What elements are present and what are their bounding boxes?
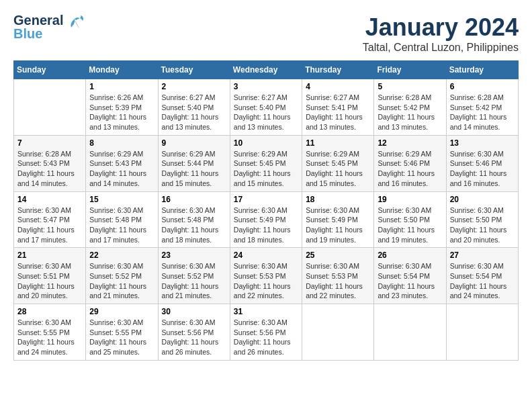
calendar-header: SundayMondayTuesdayWednesdayThursdayFrid…: [14, 61, 519, 79]
day-info: Sunrise: 6:30 AM Sunset: 5:51 PM Dayligh…: [17, 261, 82, 301]
week-row-4: 21Sunrise: 6:30 AM Sunset: 5:51 PM Dayli…: [14, 248, 519, 304]
header-saturday: Saturday: [446, 61, 518, 79]
day-cell: 5Sunrise: 6:28 AM Sunset: 5:42 PM Daylig…: [374, 79, 446, 136]
day-cell: 7Sunrise: 6:28 AM Sunset: 5:43 PM Daylig…: [14, 135, 86, 191]
day-cell: 16Sunrise: 6:30 AM Sunset: 5:48 PM Dayli…: [158, 191, 230, 248]
day-number: 13: [450, 138, 515, 148]
day-cell: 4Sunrise: 6:27 AM Sunset: 5:41 PM Daylig…: [302, 79, 374, 136]
day-info: Sunrise: 6:29 AM Sunset: 5:46 PM Dayligh…: [378, 149, 442, 189]
day-info: Sunrise: 6:29 AM Sunset: 5:45 PM Dayligh…: [234, 149, 298, 189]
day-cell: 1Sunrise: 6:26 AM Sunset: 5:39 PM Daylig…: [86, 79, 158, 136]
day-info: Sunrise: 6:29 AM Sunset: 5:44 PM Dayligh…: [162, 149, 226, 189]
logo-bird-icon: [64, 15, 85, 39]
day-info: Sunrise: 6:26 AM Sunset: 5:39 PM Dayligh…: [89, 93, 154, 132]
day-cell: [374, 304, 446, 361]
day-info: Sunrise: 6:30 AM Sunset: 5:53 PM Dayligh…: [234, 261, 298, 301]
day-number: 15: [89, 195, 154, 204]
week-row-2: 7Sunrise: 6:28 AM Sunset: 5:43 PM Daylig…: [14, 135, 519, 191]
day-info: Sunrise: 6:29 AM Sunset: 5:43 PM Dayligh…: [89, 149, 154, 189]
day-cell: 29Sunrise: 6:30 AM Sunset: 5:55 PM Dayli…: [86, 304, 158, 361]
day-cell: 22Sunrise: 6:30 AM Sunset: 5:52 PM Dayli…: [86, 248, 158, 304]
day-number: 12: [378, 138, 442, 148]
day-number: 11: [306, 138, 370, 148]
location-subtitle: Taltal, Central Luzon, Philippines: [363, 42, 519, 54]
day-number: 25: [306, 250, 370, 260]
day-cell: [302, 304, 374, 361]
day-cell: 21Sunrise: 6:30 AM Sunset: 5:51 PM Dayli…: [14, 248, 86, 304]
day-cell: 31Sunrise: 6:30 AM Sunset: 5:56 PM Dayli…: [230, 304, 302, 361]
day-cell: 2Sunrise: 6:27 AM Sunset: 5:40 PM Daylig…: [158, 79, 230, 136]
month-title: January 2024: [363, 13, 519, 42]
page-header: General Blue January 2024 Taltal, Centra…: [13, 13, 519, 54]
day-number: 1: [89, 82, 154, 91]
day-cell: 10Sunrise: 6:29 AM Sunset: 5:45 PM Dayli…: [230, 135, 302, 191]
day-cell: 18Sunrise: 6:30 AM Sunset: 5:49 PM Dayli…: [302, 191, 374, 248]
day-info: Sunrise: 6:30 AM Sunset: 5:49 PM Dayligh…: [306, 205, 370, 245]
week-row-3: 14Sunrise: 6:30 AM Sunset: 5:47 PM Dayli…: [14, 191, 519, 248]
day-cell: [14, 79, 86, 136]
day-number: 26: [378, 250, 442, 260]
day-number: 20: [450, 195, 515, 204]
day-number: 29: [89, 307, 154, 316]
day-number: 18: [306, 195, 370, 204]
day-cell: 6Sunrise: 6:28 AM Sunset: 5:42 PM Daylig…: [446, 79, 518, 136]
day-number: 19: [378, 195, 442, 204]
day-number: 16: [162, 195, 226, 204]
day-info: Sunrise: 6:30 AM Sunset: 5:55 PM Dayligh…: [17, 318, 82, 357]
day-number: 5: [378, 82, 442, 91]
day-info: Sunrise: 6:30 AM Sunset: 5:54 PM Dayligh…: [450, 261, 515, 301]
day-info: Sunrise: 6:29 AM Sunset: 5:45 PM Dayligh…: [306, 149, 370, 189]
day-number: 3: [234, 82, 298, 91]
day-number: 22: [89, 250, 154, 260]
day-number: 9: [162, 138, 226, 148]
day-cell: 27Sunrise: 6:30 AM Sunset: 5:54 PM Dayli…: [446, 248, 518, 304]
day-info: Sunrise: 6:30 AM Sunset: 5:52 PM Dayligh…: [89, 261, 154, 301]
day-number: 28: [17, 307, 82, 316]
header-monday: Monday: [86, 61, 158, 79]
day-number: 6: [450, 82, 515, 91]
header-sunday: Sunday: [14, 61, 86, 79]
day-number: 30: [162, 307, 226, 316]
day-cell: 13Sunrise: 6:30 AM Sunset: 5:46 PM Dayli…: [446, 135, 518, 191]
day-cell: 28Sunrise: 6:30 AM Sunset: 5:55 PM Dayli…: [14, 304, 86, 361]
day-cell: [446, 304, 518, 361]
day-number: 2: [162, 82, 226, 91]
day-number: 23: [162, 250, 226, 260]
day-info: Sunrise: 6:30 AM Sunset: 5:49 PM Dayligh…: [234, 205, 298, 245]
day-info: Sunrise: 6:30 AM Sunset: 5:50 PM Dayligh…: [450, 205, 515, 245]
logo: General Blue: [13, 13, 85, 40]
day-cell: 11Sunrise: 6:29 AM Sunset: 5:45 PM Dayli…: [302, 135, 374, 191]
day-cell: 26Sunrise: 6:30 AM Sunset: 5:54 PM Dayli…: [374, 248, 446, 304]
day-number: 21: [17, 250, 82, 260]
day-info: Sunrise: 6:30 AM Sunset: 5:50 PM Dayligh…: [378, 205, 442, 245]
day-number: 7: [17, 138, 82, 148]
header-wednesday: Wednesday: [230, 61, 302, 79]
day-cell: 9Sunrise: 6:29 AM Sunset: 5:44 PM Daylig…: [158, 135, 230, 191]
day-cell: 25Sunrise: 6:30 AM Sunset: 5:53 PM Dayli…: [302, 248, 374, 304]
day-info: Sunrise: 6:27 AM Sunset: 5:41 PM Dayligh…: [306, 93, 370, 132]
day-info: Sunrise: 6:28 AM Sunset: 5:42 PM Dayligh…: [450, 93, 515, 132]
day-info: Sunrise: 6:28 AM Sunset: 5:42 PM Dayligh…: [378, 93, 442, 132]
week-row-5: 28Sunrise: 6:30 AM Sunset: 5:55 PM Dayli…: [14, 304, 519, 361]
calendar-body: 1Sunrise: 6:26 AM Sunset: 5:39 PM Daylig…: [14, 79, 519, 361]
day-info: Sunrise: 6:28 AM Sunset: 5:43 PM Dayligh…: [17, 149, 82, 189]
header-row: SundayMondayTuesdayWednesdayThursdayFrid…: [14, 61, 519, 79]
header-friday: Friday: [374, 61, 446, 79]
calendar-table: SundayMondayTuesdayWednesdayThursdayFrid…: [13, 60, 519, 361]
logo-general: General: [13, 13, 63, 27]
day-cell: 15Sunrise: 6:30 AM Sunset: 5:48 PM Dayli…: [86, 191, 158, 248]
day-info: Sunrise: 6:30 AM Sunset: 5:56 PM Dayligh…: [162, 318, 226, 357]
day-number: 31: [234, 307, 298, 316]
day-info: Sunrise: 6:30 AM Sunset: 5:48 PM Dayligh…: [162, 205, 226, 245]
day-cell: 20Sunrise: 6:30 AM Sunset: 5:50 PM Dayli…: [446, 191, 518, 248]
week-row-1: 1Sunrise: 6:26 AM Sunset: 5:39 PM Daylig…: [14, 79, 519, 136]
day-number: 17: [234, 195, 298, 204]
day-number: 4: [306, 82, 370, 91]
day-number: 14: [17, 195, 82, 204]
day-info: Sunrise: 6:30 AM Sunset: 5:56 PM Dayligh…: [234, 318, 298, 357]
day-info: Sunrise: 6:30 AM Sunset: 5:52 PM Dayligh…: [162, 261, 226, 301]
day-info: Sunrise: 6:27 AM Sunset: 5:40 PM Dayligh…: [162, 93, 226, 132]
day-cell: 14Sunrise: 6:30 AM Sunset: 5:47 PM Dayli…: [14, 191, 86, 248]
day-info: Sunrise: 6:27 AM Sunset: 5:40 PM Dayligh…: [234, 93, 298, 132]
day-info: Sunrise: 6:30 AM Sunset: 5:55 PM Dayligh…: [89, 318, 154, 357]
